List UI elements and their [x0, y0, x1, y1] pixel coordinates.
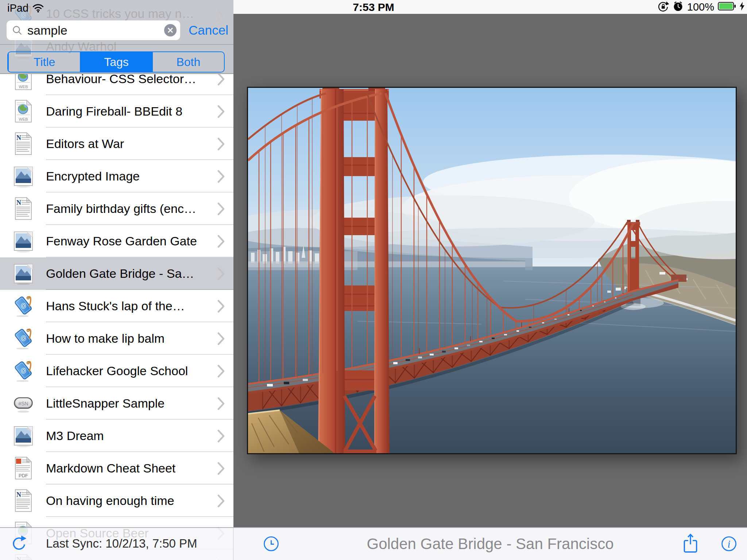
status-time: 7:53 PM — [233, 1, 514, 13]
scope-segment[interactable]: Both — [152, 52, 224, 72]
cancel-button[interactable]: Cancel — [189, 23, 228, 38]
item-title: M3 Dream — [46, 420, 104, 452]
list-item[interactable]: Encrypted Image — [0, 160, 233, 192]
item-type-icon — [13, 456, 34, 480]
share-icon[interactable] — [682, 533, 699, 556]
list-item[interactable]: Daring Fireball- BBEdit 8 — [0, 95, 233, 128]
status-bar: 7:53 PM 100% — [233, 0, 747, 14]
chevron-right-icon — [217, 300, 225, 314]
photo-golden-gate-bridge[interactable] — [247, 87, 737, 454]
results-list: Behaviour- CSS Selector… Daring Fireball… — [0, 63, 233, 560]
battery-percent: 100% — [687, 1, 714, 13]
charging-bolt-icon — [740, 2, 745, 12]
item-type-icon — [13, 164, 34, 188]
sync-bar: Last Sync: 10/2/13, 7:50 PM — [0, 527, 233, 560]
chevron-right-icon — [217, 105, 225, 120]
chevron-right-icon — [217, 137, 225, 152]
item-title: Family birthday gifts (enc… — [46, 192, 196, 225]
item-title: Encrypted Image — [46, 160, 140, 192]
item-title: Daring Fireball- BBEdit 8 — [46, 95, 182, 127]
rotation-lock-icon — [658, 1, 669, 13]
chevron-right-icon — [217, 365, 225, 379]
refresh-icon[interactable] — [10, 535, 27, 554]
ghost-item-title: 10 CSS tricks you may n… — [46, 7, 194, 21]
item-type-icon — [13, 327, 34, 350]
list-item[interactable]: Hans Stuck's lap of the… — [0, 290, 233, 322]
item-title: Markdown Cheat Sheet — [46, 452, 175, 484]
list-item[interactable]: Family birthday gifts (enc… — [0, 192, 233, 225]
list-item[interactable]: Golden Gate Bridge - Sa… — [0, 257, 233, 290]
search-icon — [12, 25, 22, 37]
chevron-right-icon — [217, 267, 225, 282]
list-item[interactable]: How to make lip balm — [0, 322, 233, 355]
item-title: On having enough time — [46, 485, 174, 517]
search-input[interactable] — [27, 23, 148, 38]
carrier-label: iPad — [7, 2, 28, 14]
scope-segment[interactable]: Title — [8, 52, 80, 72]
search-header: 10 CSS tricks you may n… Andy Warhol iPa… — [0, 0, 233, 74]
alarm-clock-icon — [673, 1, 684, 13]
item-type-icon — [13, 424, 34, 447]
item-type-icon — [13, 229, 34, 253]
item-type-icon — [13, 132, 34, 155]
item-title: Hans Stuck's lap of the… — [46, 290, 185, 322]
list-item[interactable]: Fenway Rose Garden Gate — [0, 225, 233, 257]
list-item[interactable]: LittleSnapper Sample — [0, 387, 233, 420]
scope-segment[interactable]: Tags — [80, 52, 152, 72]
chevron-right-icon — [217, 494, 225, 509]
item-type-icon — [13, 489, 34, 512]
list-item[interactable]: Markdown Cheat Sheet — [0, 452, 233, 485]
list-item[interactable]: M3 Dream — [0, 420, 233, 452]
status-indicators: 100% — [658, 1, 745, 12]
item-type-icon — [13, 262, 34, 285]
battery-icon — [718, 2, 736, 12]
list-item[interactable]: Editors at War — [0, 128, 233, 160]
item-title: LittleSnapper Sample — [46, 387, 165, 419]
chevron-right-icon — [217, 170, 225, 184]
item-title: Editors at War — [46, 128, 124, 160]
search-field[interactable] — [7, 20, 180, 40]
item-type-icon — [13, 100, 34, 123]
item-title: How to make lip balm — [46, 322, 165, 354]
chevron-right-icon — [217, 235, 225, 249]
chevron-right-icon — [217, 202, 225, 217]
sidebar: Behaviour- CSS Selector… Daring Fireball… — [0, 0, 233, 560]
list-item[interactable]: Lifehacker Google School — [0, 355, 233, 387]
chevron-right-icon — [217, 429, 225, 444]
item-title: Lifehacker Google School — [46, 355, 188, 387]
chevron-right-icon — [217, 462, 225, 477]
detail-toolbar: Golden Gate Bridge - San Francisco i — [233, 527, 747, 560]
item-title: Fenway Rose Garden Gate — [46, 225, 197, 257]
item-title: Golden Gate Bridge - Sa… — [46, 257, 194, 289]
divider — [0, 44, 233, 45]
chevron-right-icon — [217, 9, 225, 23]
item-type-icon — [13, 294, 34, 318]
chevron-right-icon — [217, 397, 225, 412]
clear-search-icon[interactable] — [164, 24, 177, 36]
svg-text:i: i — [728, 538, 731, 550]
wifi-icon — [32, 3, 44, 14]
item-type-icon — [13, 392, 34, 415]
app-screen: 7:53 PM 100% — [0, 0, 747, 560]
last-sync-label: Last Sync: 10/2/13, 7:50 PM — [46, 528, 197, 559]
item-type-icon — [13, 197, 34, 220]
item-type-icon — [13, 359, 34, 382]
chevron-right-icon — [217, 332, 225, 347]
list-item[interactable]: On having enough time — [0, 485, 233, 517]
chevron-right-icon — [217, 73, 225, 87]
search-scope-bar: TitleTagsBoth — [7, 51, 225, 73]
detail-title: Golden Gate Bridge - San Francisco — [233, 535, 747, 553]
info-icon[interactable]: i — [721, 536, 737, 553]
